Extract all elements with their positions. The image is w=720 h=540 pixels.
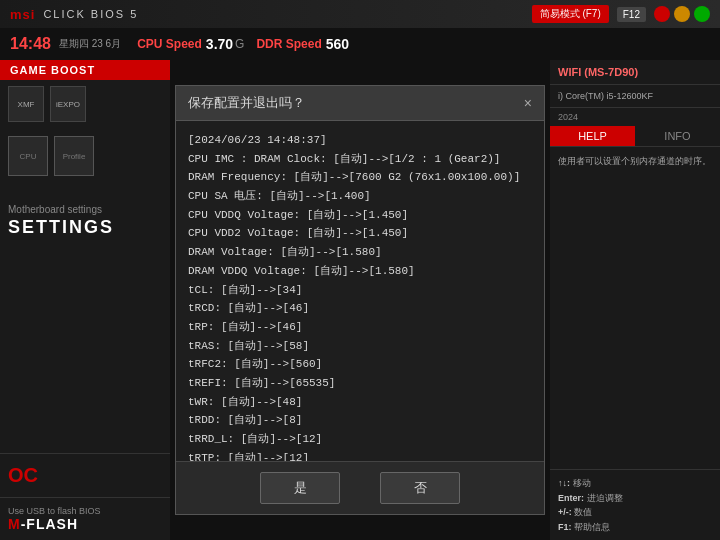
cpu-info: i) Core(TM) i5-12600KF <box>550 85 720 108</box>
cpu-profile-section: CPU Profile <box>0 128 170 184</box>
time-bar: 14:48 星期四 23 6月 CPU Speed 3.70 G DDR Spe… <box>0 28 720 60</box>
modal-line: DRAM VDDQ Voltage: [自动]-->[1.580] <box>188 262 524 281</box>
bios-date: 2024 <box>550 108 720 126</box>
right-panel: WIFI (MS-7D90) i) Core(TM) i5-12600KF 20… <box>550 60 720 540</box>
close-icon[interactable] <box>654 6 670 22</box>
game-boost-btn[interactable]: GAME BOOST <box>0 60 170 80</box>
sidebar-icons: XMF iEXPO <box>0 80 170 128</box>
oc-label: OC <box>8 464 162 487</box>
maximize-icon[interactable] <box>694 6 710 22</box>
settings-section[interactable]: Motherboard settings SETTINGS <box>0 194 170 248</box>
help-info-tabs: HELP INFO <box>550 126 720 147</box>
shortcut-arrows: ↑↓: 移动 <box>558 476 712 490</box>
help-content: 使用者可以设置个别内存通道的时序。 <box>550 147 720 177</box>
clock-display: 14:48 <box>10 35 51 53</box>
modal-line: tWR: [自动]-->[48] <box>188 393 524 412</box>
shortcut-plusminus: +/-: 数值 <box>558 505 712 519</box>
profile-icon[interactable]: Profile <box>54 136 94 176</box>
modal-line: tRP: [自动]-->[46] <box>188 318 524 337</box>
modal-line: DRAM Voltage: [自动]-->[1.580] <box>188 243 524 262</box>
wifi-name: WIFI (MS-7D90) <box>558 66 712 78</box>
shortcuts-panel: ↑↓: 移动 Enter: 进迫调整 +/-: 数值 F1: 帮助信息 <box>550 469 720 540</box>
xmf-btn[interactable]: XMF <box>8 86 44 122</box>
shortcut-enter: Enter: 进迫调整 <box>558 491 712 505</box>
mflash-label: MM-FLASH-FLASH <box>8 516 162 532</box>
tab-help[interactable]: HELP <box>550 126 635 146</box>
cpu-icon[interactable]: CPU <box>8 136 48 176</box>
cpu-speed-label: CPU Speed <box>137 37 202 51</box>
modal-footer: 是 否 <box>176 461 544 514</box>
modal-line: DRAM Frequency: [自动]-->[7600 G2 (76x1.00… <box>188 168 524 187</box>
header-right: 简易模式 (F7) F12 <box>532 5 710 23</box>
save-exit-modal: 保存配置并退出吗？ × [2024/06/23 14:48:37]CPU IMC… <box>175 85 545 515</box>
oc-section[interactable]: OC <box>0 453 170 497</box>
modal-line: CPU VDDQ Voltage: [自动]-->[1.450] <box>188 206 524 225</box>
modal-line: CPU IMC : DRAM Clock: [自动]-->[1/2 : 1 (G… <box>188 150 524 169</box>
modal-line: tCL: [自动]-->[34] <box>188 281 524 300</box>
modal-body: [2024/06/23 14:48:37]CPU IMC : DRAM Cloc… <box>176 121 544 461</box>
settings-big-label: SETTINGS <box>8 217 162 238</box>
msi-logo: msi <box>10 7 35 22</box>
modal-line: tRFC2: [自动]-->[560] <box>188 355 524 374</box>
modal-line: tRRD_L: [自动]-->[12] <box>188 430 524 449</box>
modal-line: tRCD: [自动]-->[46] <box>188 299 524 318</box>
yes-button[interactable]: 是 <box>260 472 340 504</box>
iexpo-btn[interactable]: iEXPO <box>50 86 86 122</box>
settings-small-label: Motherboard settings <box>8 204 162 215</box>
modal-line: tRTP: [自动]-->[12] <box>188 449 524 461</box>
mflash-section[interactable]: Use USB to flash BIOS MM-FLASH-FLASH <box>0 497 170 540</box>
wifi-info: WIFI (MS-7D90) <box>550 60 720 85</box>
date-display: 星期四 23 6月 <box>59 37 121 51</box>
minimize-icon[interactable] <box>674 6 690 22</box>
cpu-speed-value: 3.70 <box>206 36 233 52</box>
modal-title: 保存配置并退出吗？ <box>188 94 305 112</box>
ddr-speed-label: DDR Speed <box>256 37 321 51</box>
main-content-area: 保存配置并退出吗？ × [2024/06/23 14:48:37]CPU IMC… <box>170 60 550 540</box>
modal-line: CPU SA 电压: [自动]-->[1.400] <box>188 187 524 206</box>
modal-line: tREFI: [自动]-->[65535] <box>188 374 524 393</box>
cpu-ghz-unit: G <box>235 37 244 51</box>
header-bar: msi CLICK BIOS 5 简易模式 (F7) F12 <box>0 0 720 28</box>
modal-line: tRDD: [自动]-->[8] <box>188 411 524 430</box>
simple-mode-btn[interactable]: 简易模式 (F7) <box>532 5 609 23</box>
f12-btn[interactable]: F12 <box>617 7 646 22</box>
modal-close-btn[interactable]: × <box>524 96 532 110</box>
modal-line: [2024/06/23 14:48:37] <box>188 131 524 150</box>
tab-info[interactable]: INFO <box>635 126 720 146</box>
shortcut-f1: F1: 帮助信息 <box>558 520 712 534</box>
sidebar: GAME BOOST XMF iEXPO CPU Profile Motherb… <box>0 60 170 540</box>
modal-line: CPU VDD2 Voltage: [自动]-->[1.450] <box>188 224 524 243</box>
modal-backdrop: 保存配置并退出吗？ × [2024/06/23 14:48:37]CPU IMC… <box>170 60 550 540</box>
ddr-speed-value: 560 <box>326 36 349 52</box>
mflash-small-label: Use USB to flash BIOS <box>8 506 162 516</box>
modal-scroll-area[interactable]: [2024/06/23 14:48:37]CPU IMC : DRAM Cloc… <box>176 121 544 461</box>
modal-header: 保存配置并退出吗？ × <box>176 86 544 121</box>
bios-name: CLICK BIOS 5 <box>43 8 138 20</box>
no-button[interactable]: 否 <box>380 472 460 504</box>
window-controls <box>654 6 710 22</box>
modal-line: tRAS: [自动]-->[58] <box>188 337 524 356</box>
